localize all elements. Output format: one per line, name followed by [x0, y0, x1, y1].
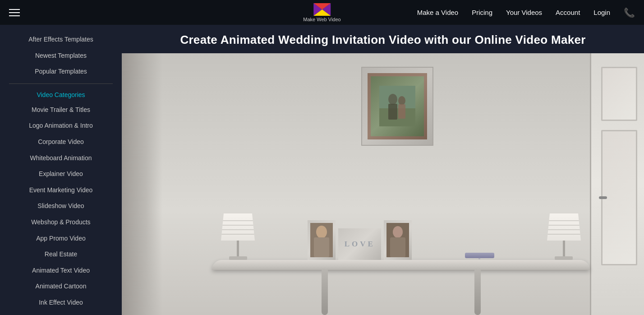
header: Make Web Video Make a Video Pricing Your…	[0, 0, 644, 25]
lamp-left	[221, 213, 255, 260]
table-items: LOVE	[212, 213, 590, 260]
header-left	[9, 9, 20, 16]
sidebar-item-scrapbook[interactable]: Scrapbook Video	[0, 311, 122, 315]
lamp-right	[547, 213, 581, 260]
sidebar-item-logo-animation[interactable]: Logo Animation & Intro	[0, 118, 122, 134]
header-nav: Make a Video Pricing Your Videos Account…	[417, 7, 635, 18]
sidebar-item-app-promo[interactable]: App Promo Video	[0, 231, 122, 247]
table-leg-1	[322, 270, 328, 315]
svg-point-7	[388, 94, 397, 105]
portrait-person-left	[310, 223, 333, 257]
sidebar-item-animated-text[interactable]: Animated Text Video	[0, 263, 122, 279]
door-panel-bottom	[601, 130, 637, 265]
logo-text: Make Web Video	[303, 17, 340, 22]
photo-frames-group: LOVE	[308, 220, 412, 260]
sidebar-divider	[9, 83, 113, 84]
sidebar-item-popular[interactable]: Popular Templates	[0, 64, 122, 80]
logo-icon	[313, 3, 331, 16]
sidebar-item-slideshow[interactable]: Slideshow Video	[0, 198, 122, 214]
sidebar-category-heading: Video Categories	[0, 88, 122, 102]
curtain-left	[122, 53, 162, 315]
table-legs	[212, 270, 590, 315]
svg-rect-10	[398, 104, 405, 119]
svg-rect-8	[388, 104, 397, 120]
wall-frame-outer	[361, 67, 433, 146]
sidebar-item-newest[interactable]: Newest Templates	[0, 48, 122, 64]
lamp-shade-right	[547, 213, 581, 241]
nav-login[interactable]: Login	[593, 9, 610, 16]
sidebar-item-event-marketing[interactable]: Event Marketing Video	[0, 182, 122, 199]
table-top	[212, 260, 590, 270]
tablet-connector	[478, 259, 480, 259]
sidebar-item-webshop[interactable]: Webshop & Products	[0, 214, 122, 231]
couple-photo	[379, 86, 415, 126]
love-text: LOVE	[345, 240, 375, 249]
sidebar-item-whiteboard[interactable]: Whiteboard Animation	[0, 150, 122, 167]
sidebar-item-after-effects[interactable]: After Effects Templates	[0, 32, 122, 48]
lamp-shade-left	[221, 213, 255, 241]
svg-point-15	[393, 226, 403, 238]
portrait-photo-left	[310, 223, 333, 257]
sidebar-item-corporate[interactable]: Corporate Video	[0, 134, 122, 150]
logo-area[interactable]: Make Web Video	[303, 3, 340, 22]
nav-make-video[interactable]: Make a Video	[417, 9, 458, 16]
tablet-device	[465, 253, 494, 259]
table-leg-2	[474, 270, 481, 315]
svg-rect-13	[314, 237, 329, 257]
portrait-frame-right	[384, 220, 412, 260]
svg-rect-16	[390, 237, 405, 257]
page-title: Create Animated Wedding Invitation Video…	[122, 25, 644, 53]
door-handle	[599, 196, 607, 199]
sidebar-item-movie-trailer[interactable]: Movie Trailer & Titles	[0, 102, 122, 118]
door-panel-top	[601, 67, 637, 121]
main-layout: After Effects Templates Newest Templates…	[0, 25, 644, 315]
lamp-base-left	[229, 256, 247, 260]
svg-point-9	[398, 96, 405, 105]
tablet-base	[465, 253, 494, 258]
table-scene: LOVE	[212, 189, 590, 315]
portrait-frame-left	[308, 220, 336, 260]
sidebar-item-animated-cartoon[interactable]: Animated Cartoon	[0, 278, 122, 295]
sidebar-item-explainer[interactable]: Explainer Video	[0, 166, 122, 182]
hamburger-menu[interactable]	[9, 9, 20, 16]
sidebar: After Effects Templates Newest Templates…	[0, 25, 122, 315]
love-frame: LOVE	[338, 228, 381, 260]
wall-frame-inner	[368, 73, 427, 139]
wall-frame	[361, 67, 433, 146]
content-area: Create Animated Wedding Invitation Video…	[122, 25, 644, 315]
video-area[interactable]: LOVE	[122, 53, 644, 315]
nav-your-videos[interactable]: Your Videos	[506, 9, 542, 16]
nav-pricing[interactable]: Pricing	[472, 9, 492, 16]
lamp-base-right	[555, 256, 573, 260]
sidebar-item-ink-effect[interactable]: Ink Effect Video	[0, 295, 122, 311]
phone-icon[interactable]: 📞	[624, 7, 635, 18]
portrait-person-right	[386, 223, 409, 257]
room-scene: LOVE	[122, 53, 644, 315]
nav-account[interactable]: Account	[556, 9, 580, 16]
portrait-photo-right	[386, 223, 409, 257]
door-right	[590, 53, 644, 315]
sidebar-item-real-estate[interactable]: Real Estate	[0, 246, 122, 263]
lamp-stem-right	[563, 241, 565, 256]
svg-point-12	[316, 226, 327, 238]
wall-frame-photo	[371, 76, 424, 136]
lamp-stem-left	[237, 241, 239, 256]
